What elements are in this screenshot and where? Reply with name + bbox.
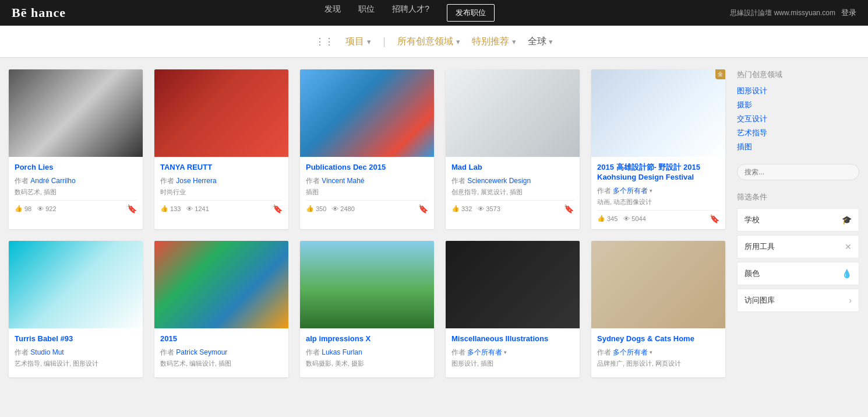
card-title[interactable]: Sydney Dogs & Cats Home (597, 334, 719, 344)
card-thumbnail[interactable] (154, 69, 288, 157)
views-stat: 👁 1241 (186, 205, 209, 212)
nav-hire[interactable]: 招聘人才? (392, 4, 429, 22)
domains-label: 所有创意领域 (397, 36, 453, 48)
card-thumb-container (300, 69, 434, 157)
project-card: Mad Lab 作者 Sciencewerk Design 创意指导, 展览设计… (446, 69, 580, 229)
card-thumb-container (154, 241, 288, 328)
card-title[interactable]: alp impressions X (306, 334, 428, 344)
author-link[interactable]: Sciencewerk Design (467, 177, 531, 185)
project-card: TANYA REUTT 作者 Jose Herrera 时尚行业 👍 133 👁… (154, 69, 288, 229)
filter-item-icon: 🎓 (842, 215, 852, 225)
card-thumbnail[interactable] (9, 241, 143, 328)
author-prefix: 作者 (451, 348, 467, 356)
nav-jobs[interactable]: 职位 (358, 4, 375, 22)
author-link[interactable]: André Carrilho (30, 177, 75, 185)
card-title[interactable]: Publications Dec 2015 (306, 163, 428, 173)
card-thumbnail[interactable] (154, 241, 288, 328)
nav-links: 发现 职位 招聘人才? 发布职位 (89, 4, 730, 22)
card-body: 2015 作者 Patrick Seymour 数码艺术, 编辑设计, 插图 (154, 328, 288, 377)
card-thumb-container (591, 241, 725, 328)
card-thumbnail[interactable] (300, 241, 434, 328)
filter-domains[interactable]: 所有创意领域 ▾ (397, 36, 460, 48)
author-multi[interactable]: 多个所有者 ▾ (613, 186, 652, 196)
card-title[interactable]: TANYA REUTT (160, 163, 283, 173)
bookmark-icon[interactable]: 🔖 (710, 214, 719, 223)
card-thumbnail[interactable] (9, 69, 143, 157)
author-link[interactable]: Studio Mut (30, 348, 63, 356)
card-thumbnail[interactable] (446, 69, 580, 157)
author-link[interactable]: Patrick Seymour (176, 348, 227, 356)
sidebar: 热门创意领域 图形设计摄影交互设计艺术指导插图 筛选条件 学校🎓所用工具✕颜色💧… (737, 69, 859, 377)
hot-domains-title: 热门创意领域 (737, 69, 859, 80)
logo[interactable]: Bē hance (12, 5, 66, 20)
card-author-row: 作者 Patrick Seymour (160, 348, 283, 358)
filter-item[interactable]: 所用工具✕ (737, 235, 859, 258)
author-link[interactable]: Lukas Furlan (322, 348, 362, 356)
author-multi[interactable]: 多个所有者 ▾ (613, 348, 652, 358)
author-multi[interactable]: 多个所有者 ▾ (467, 348, 507, 358)
filter-item-icon: 💧 (842, 269, 852, 278)
card-thumbnail[interactable] (591, 69, 725, 157)
filter-global[interactable]: 全球 ▾ (528, 36, 553, 48)
card-tags: 数码摄影, 美术, 摄影 (306, 359, 428, 368)
filter-item[interactable]: 访问图库› (737, 289, 859, 312)
card-author-row: 作者 Sciencewerk Design (451, 176, 574, 186)
card-stats: 👍 133 👁 1241 🔖 (160, 200, 283, 213)
bookmark-icon[interactable]: 🔖 (273, 204, 283, 213)
hot-link[interactable]: 交互设计 (737, 114, 859, 124)
likes-count: 133 (170, 205, 181, 212)
card-body: Sydney Dogs & Cats Home 作者 多个所有者 ▾ 品牌推广,… (591, 328, 725, 377)
project-grid: Porch Lies 作者 André Carrilho 数码艺术, 插图 👍 … (9, 69, 725, 377)
card-tags: 数码艺术, 编辑设计, 插图 (160, 359, 283, 368)
author-prefix: 作者 (451, 177, 467, 185)
card-thumb-container: 金 (591, 69, 725, 157)
card-author-row: 作者 Lukas Furlan (306, 348, 428, 358)
card-thumbnail[interactable] (446, 241, 580, 328)
search-input[interactable] (737, 164, 859, 180)
like-icon: 👍 (451, 205, 460, 212)
hot-link[interactable]: 图形设计 (737, 86, 859, 96)
author-link[interactable]: Vincent Mahé (322, 177, 364, 185)
like-icon: 👍 (306, 205, 314, 212)
forum-link: 思緣設計論壇 www.missyuan.com (730, 8, 835, 18)
card-title[interactable]: Porch Lies (15, 163, 137, 173)
card-author-row: 作者 多个所有者 ▾ (597, 186, 719, 196)
card-title[interactable]: 2015 (160, 334, 283, 344)
post-job-button[interactable]: 发布职位 (447, 4, 495, 22)
author-link[interactable]: Jose Herrera (176, 177, 216, 185)
views-stat: 👁 5044 (623, 215, 645, 222)
likes-stat: 👍 332 (451, 205, 472, 212)
featured-label: 特别推荐 (472, 36, 509, 48)
grid-icon[interactable]: ⋮⋮ (315, 36, 334, 47)
hot-link[interactable]: 摄影 (737, 100, 859, 110)
bookmark-icon[interactable]: 🔖 (418, 204, 428, 213)
hot-link[interactable]: 插图 (737, 142, 859, 152)
login-link[interactable]: 登录 (841, 8, 856, 18)
filter-item-icon: › (849, 296, 852, 305)
views-count: 5044 (631, 215, 645, 222)
card-thumbnail[interactable] (591, 241, 725, 328)
card-title[interactable]: Turris Babel #93 (15, 334, 137, 344)
hot-links: 图形设计摄影交互设计艺术指导插图 (737, 86, 859, 152)
card-title[interactable]: Mad Lab (451, 163, 574, 173)
author-prefix: 作者 (597, 348, 613, 356)
card-tags: 时尚行业 (160, 188, 283, 197)
filter-project[interactable]: 项目 ▾ (345, 36, 371, 48)
filter-featured[interactable]: 特别推荐 ▾ (472, 36, 516, 48)
project-card: Porch Lies 作者 André Carrilho 数码艺术, 插图 👍 … (9, 69, 143, 229)
bookmark-icon[interactable]: 🔖 (127, 204, 137, 213)
bookmark-icon[interactable]: 🔖 (564, 204, 574, 213)
hot-link[interactable]: 艺术指导 (737, 128, 859, 138)
filter-item[interactable]: 颜色💧 (737, 262, 859, 285)
like-icon: 👍 (15, 205, 23, 212)
card-thumbnail[interactable] (300, 69, 434, 157)
filter-item[interactable]: 学校🎓 (737, 208, 859, 232)
card-title[interactable]: Miscellaneous Illustrations (451, 334, 574, 344)
card-thumb-container (300, 241, 434, 328)
nav-discover[interactable]: 发现 (324, 4, 341, 22)
filter-sep: | (383, 36, 386, 48)
card-title[interactable]: 2015 高雄設計節- 野設計 2015 Kaohsiung Design Fe… (597, 163, 719, 183)
views-stat: 👁 3573 (478, 205, 500, 212)
views-stat: 👁 922 (37, 205, 56, 212)
author-prefix: 作者 (160, 348, 176, 356)
